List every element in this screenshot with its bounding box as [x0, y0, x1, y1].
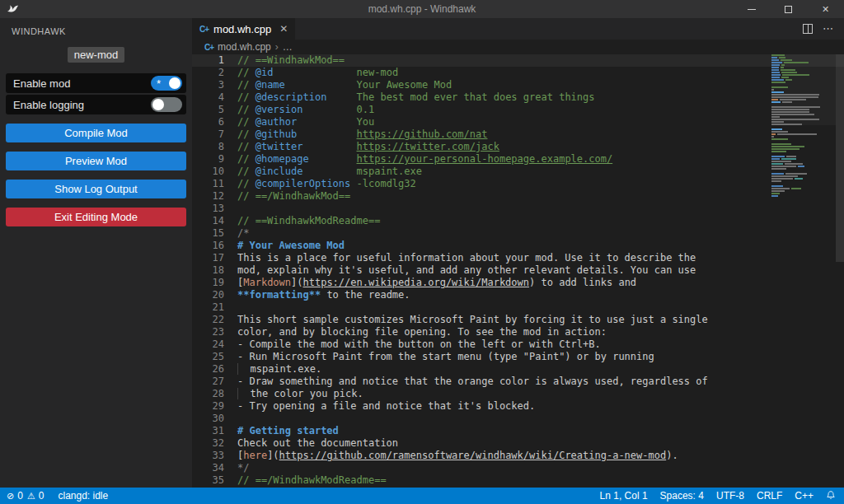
vertical-scrollbar[interactable]: [836, 54, 844, 262]
tab-close-icon[interactable]: ✕: [279, 23, 288, 35]
enable-mod-toggle[interactable]: *: [151, 76, 182, 91]
code-line[interactable]: 5// @version 0.1: [192, 104, 844, 116]
code-line[interactable]: 10// @include mspaint.exe: [192, 166, 844, 178]
error-status[interactable]: ⊘ 0: [7, 490, 23, 502]
clangd-status[interactable]: clangd: idle: [58, 490, 108, 502]
code-lines: 1// ==WindhawkMod==2// @id new-mod3// @n…: [192, 54, 844, 487]
code-line[interactable]: 18mod, explain why it's useful, and add …: [192, 264, 844, 277]
code-line[interactable]: 30: [192, 413, 844, 425]
code-token: @version: [256, 104, 303, 115]
compile-mod-button[interactable]: Compile Mod: [6, 124, 186, 142]
enable-mod-label: Enable mod: [13, 77, 151, 90]
line-number: 17: [192, 252, 224, 264]
code-token: - Draw something and notice that the ora…: [237, 376, 708, 387]
line-number: 25: [192, 351, 224, 363]
code-line[interactable]: 1// ==WindhawkMod==: [192, 54, 844, 67]
line-number: 9: [192, 153, 224, 166]
code-token: [350, 178, 356, 189]
status-bar: ⊘ 0 ⚠ 0 clangd: idle Ln 1, Col 1 Spaces:…: [0, 488, 844, 504]
breadcrumb-file[interactable]: mod.wh.cpp: [218, 41, 271, 53]
code-token: //: [237, 116, 256, 128]
line-number: 1: [192, 54, 224, 67]
more-actions-icon[interactable]: ⋯: [823, 25, 834, 33]
code-area: 1// ==WindhawkMod==2// @id new-mod3// @n…: [192, 54, 844, 488]
code-line[interactable]: 25- Run Microsoft Paint from the start m…: [192, 351, 844, 363]
code-line[interactable]: 26 mspaint.exe.: [192, 363, 844, 376]
minimap[interactable]: [771, 54, 836, 198]
breadcrumb-ellipsis[interactable]: …: [283, 41, 293, 53]
split-editor-icon[interactable]: [803, 24, 813, 34]
exit-editing-mode-button[interactable]: Exit Editing Mode: [6, 208, 186, 226]
tab-mod-wh-cpp[interactable]: C+ mod.wh.cpp ✕: [192, 18, 295, 40]
code-line[interactable]: 4// @description The best mod ever that …: [192, 91, 844, 104]
show-log-output-button[interactable]: Show Log Output: [6, 180, 186, 198]
code-token: ) to add links and: [529, 277, 636, 288]
code-line[interactable]: 29- Try opening a file and notice that i…: [192, 400, 844, 413]
code-line[interactable]: 27- Draw something and notice that the o…: [192, 376, 844, 388]
code-line[interactable]: 32Check out the documentation: [192, 437, 844, 450]
code-line[interactable]: 17This is a place for useful information…: [192, 252, 844, 264]
code-line[interactable]: 14// ==WindhawkModReadme==: [192, 215, 844, 227]
code-token: https://en.wikipedia.org/wiki/Markdown: [302, 277, 529, 288]
code-line[interactable]: 23color, and by blocking file opening. T…: [192, 326, 844, 338]
line-number: 18: [192, 264, 224, 277]
code-line[interactable]: 21: [192, 301, 844, 314]
code-line[interactable]: 2// @id new-mod: [192, 67, 844, 79]
code-token: color, and by blocking file opening. To …: [237, 326, 607, 338]
enable-logging-toggle[interactable]: [151, 97, 182, 112]
code-token: // ==WindhawkModReadme==: [237, 215, 380, 226]
eol-status[interactable]: CRLF: [757, 490, 782, 502]
preview-mod-button[interactable]: Preview Mod: [6, 152, 186, 170]
line-number: 23: [192, 326, 224, 338]
code-token: //: [237, 91, 256, 103]
encoding-status[interactable]: UTF-8: [716, 490, 744, 502]
close-button[interactable]: ✕: [807, 0, 844, 18]
code-line[interactable]: 11// @compilerOptions -lcomdlg32: [192, 178, 844, 190]
line-number: 11: [192, 178, 224, 190]
code-line[interactable]: 35// ==/WindhawkModReadme==: [192, 474, 844, 487]
code-line[interactable]: 15/*: [192, 227, 844, 240]
indentation-status[interactable]: Spaces: 4: [660, 490, 704, 502]
code-line[interactable]: 34*/: [192, 462, 844, 474]
code-line[interactable]: 12// ==/WindhawkMod==: [192, 190, 844, 203]
toggle-knob: [169, 77, 181, 89]
line-number: 28: [192, 388, 224, 400]
code-line[interactable]: 6// @author You: [192, 116, 844, 128]
code-token: @include: [256, 166, 303, 177]
code-line[interactable]: 9// @homepage https://your-personal-home…: [192, 153, 844, 166]
code-line[interactable]: 31# Getting started: [192, 425, 844, 437]
line-number: 19: [192, 277, 224, 289]
code-line[interactable]: 22This short sample customizes Microsoft…: [192, 314, 844, 326]
code-line[interactable]: 13: [192, 203, 844, 215]
code-line[interactable]: 19[Markdown](https://en.wikipedia.org/wi…: [192, 277, 844, 289]
code-token: // ==WindhawkMod==: [237, 54, 345, 66]
language-mode[interactable]: C++: [795, 490, 814, 502]
line-number: 2: [192, 67, 224, 79]
warning-status[interactable]: ⚠ 0: [27, 490, 45, 502]
minimize-button[interactable]: [733, 0, 770, 18]
code-token: //: [237, 67, 256, 78]
code-token: This short sample customizes Microsoft P…: [237, 314, 708, 325]
code-token: The best mod ever that does great things: [357, 91, 595, 103]
code-line[interactable]: 28 the color you pick.: [192, 388, 844, 400]
code-token: **formatting**: [237, 289, 321, 301]
code-line[interactable]: 24- Compile the mod with the button on t…: [192, 338, 844, 351]
code-line[interactable]: 3// @name Your Awesome Mod: [192, 79, 844, 91]
line-number: 6: [192, 116, 224, 128]
line-number: 26: [192, 363, 224, 376]
toggle-knob: [152, 99, 164, 110]
code-line[interactable]: 20**formatting** to the readme.: [192, 289, 844, 301]
code-line[interactable]: 8// @twitter https://twitter.com/jack: [192, 141, 844, 153]
code-token: -lcomdlg32: [357, 178, 416, 189]
code-token: [237, 363, 250, 375]
code-line[interactable]: 16# Your Awesome Mod: [192, 240, 844, 252]
cursor-position[interactable]: Ln 1, Col 1: [600, 490, 648, 502]
code-line[interactable]: 7// @github https://github.com/nat: [192, 128, 844, 141]
code-line[interactable]: 33[here](https://github.com/ramensoftwar…: [192, 450, 844, 462]
enable-logging-label: Enable logging: [13, 99, 151, 111]
maximize-button[interactable]: [770, 0, 807, 18]
cpp-file-icon: C+: [199, 25, 209, 34]
code-token: Markdown: [243, 277, 291, 288]
line-number: 16: [192, 240, 224, 252]
bell-icon[interactable]: [826, 489, 836, 502]
